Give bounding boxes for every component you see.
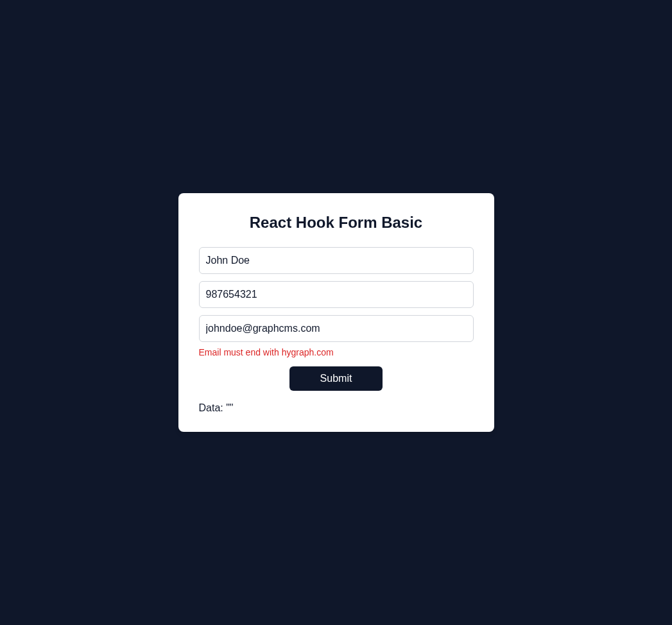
submit-button[interactable]: Submit (289, 366, 383, 391)
email-input[interactable] (199, 315, 474, 342)
error-message: Email must end with hygraph.com (199, 347, 474, 357)
name-input[interactable] (199, 247, 474, 274)
phone-input[interactable] (199, 281, 474, 308)
page-title: React Hook Form Basic (199, 214, 474, 232)
form-card: React Hook Form Basic Email must end wit… (178, 193, 494, 432)
form-container: Email must end with hygraph.com Submit (199, 247, 474, 391)
data-output: Data: "" (199, 402, 474, 414)
